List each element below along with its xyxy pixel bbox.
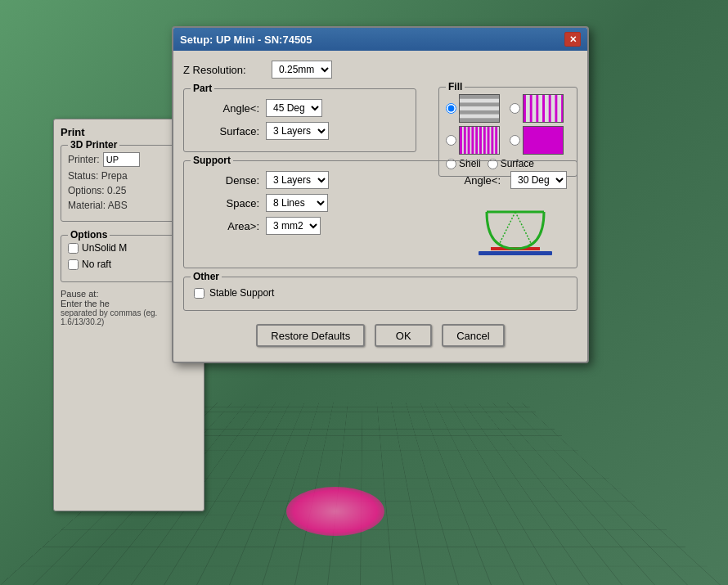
svg-rect-0: [479, 251, 552, 255]
cancel-button[interactable]: Cancel: [442, 324, 504, 347]
fill-group-title: Fill: [446, 81, 465, 92]
other-group: Other Stable Support: [183, 277, 577, 311]
ok-button[interactable]: OK: [375, 324, 432, 347]
support-inner: Dense: 1 Layer 2 Layers 3 Layers 4 Layer…: [194, 171, 567, 261]
svg-line-3: [499, 212, 515, 245]
fill-option-3: [446, 126, 506, 155]
dense-label: Dense:: [194, 174, 259, 187]
fill-option-4: [510, 126, 570, 155]
z-resolution-label: Z Resolution:: [183, 64, 265, 76]
stable-support-label: Stable Support: [209, 287, 274, 299]
fill-option-1: [446, 94, 506, 123]
fill-option-2: [510, 94, 570, 123]
svg-line-4: [515, 212, 532, 245]
fill-pattern-2[interactable]: [523, 94, 564, 123]
fill-pattern-4[interactable]: [523, 126, 564, 155]
no-raft-checkbox[interactable]: [68, 259, 79, 270]
options-group-title: Options: [68, 229, 110, 241]
stable-support-checkbox[interactable]: [194, 288, 204, 299]
fill-pattern-1[interactable]: [459, 94, 500, 123]
buttons-row: Restore Defaults OK Cancel: [183, 321, 577, 352]
space-label: Space:: [194, 197, 259, 209]
surface-select[interactable]: 1 Layer 2 Layers 3 Layers 4 Layers: [266, 122, 329, 140]
area-select[interactable]: 1 mm2 2 mm2 3 mm2 4 mm2: [266, 217, 321, 235]
dialog-titlebar: Setup: UP Mini - SN:74505 ✕: [173, 28, 587, 51]
angle-select[interactable]: 15 Deg 30 Deg 45 Deg 60 Deg 75 Deg: [266, 99, 322, 117]
surface-label: Surface:: [194, 125, 259, 137]
space-select[interactable]: 4 Lines 6 Lines 8 Lines 10 Lines: [266, 194, 328, 212]
status-value: Status: Prepa: [68, 170, 128, 182]
space-row: Space: 4 Lines 6 Lines 8 Lines 10 Lines: [194, 194, 448, 212]
printer-input[interactable]: [103, 152, 140, 167]
printer-label: Printer:: [68, 154, 100, 165]
dense-select[interactable]: 1 Layer 2 Layers 3 Layers 4 Layers: [266, 171, 329, 189]
fill-grid: [446, 94, 570, 155]
support-group: Support Dense: 1 Layer 2 Layers 3 Layers…: [183, 160, 577, 268]
fill-radio-3[interactable]: [446, 135, 456, 146]
other-group-title: Other: [191, 271, 222, 282]
angle-row: Angle<: 15 Deg 30 Deg 45 Deg 60 Deg 75 D…: [194, 99, 406, 117]
support-right: Angle<: 15 Deg 30 Deg 45 Deg 60 Deg: [465, 171, 567, 261]
pink-blob: [286, 487, 384, 536]
support-group-title: Support: [191, 155, 233, 166]
fill-pattern-3[interactable]: [459, 126, 500, 155]
part-group-title: Part: [191, 83, 214, 94]
area-label: Area>:: [194, 220, 259, 232]
support-left: Dense: 1 Layer 2 Layers 3 Layers 4 Layer…: [194, 171, 448, 261]
options-value: Options: 0.25: [68, 185, 126, 196]
support-angle-label: Angle<:: [465, 174, 501, 187]
dialog-body: Z Resolution: 0.15mm 0.20mm 0.25mm 0.30m…: [173, 51, 587, 362]
support-angle-row: Angle<: 15 Deg 30 Deg 45 Deg 60 Deg: [465, 171, 567, 189]
part-group: Part Angle<: 15 Deg 30 Deg 45 Deg 60 Deg…: [183, 88, 416, 152]
setup-dialog: Setup: UP Mini - SN:74505 ✕ Z Resolution…: [172, 26, 589, 363]
z-resolution-row: Z Resolution: 0.15mm 0.20mm 0.25mm 0.30m…: [183, 61, 577, 79]
bowl-illustration: [474, 196, 556, 261]
support-angle-select[interactable]: 15 Deg 30 Deg 45 Deg 60 Deg: [510, 171, 567, 189]
dense-row: Dense: 1 Layer 2 Layers 3 Layers 4 Layer…: [194, 171, 448, 189]
z-resolution-select[interactable]: 0.15mm 0.20mm 0.25mm 0.30mm 0.35mm: [272, 61, 332, 79]
unsolid-checkbox[interactable]: [68, 243, 79, 254]
area-row: Area>: 1 mm2 2 mm2 3 mm2 4 mm2: [194, 217, 448, 235]
fill-radio-4[interactable]: [510, 135, 520, 146]
close-button[interactable]: ✕: [564, 32, 581, 47]
fill-radio-1[interactable]: [446, 103, 456, 114]
no-raft-label: No raft: [82, 259, 111, 270]
dialog-title: Setup: UP Mini - SN:74505: [180, 34, 312, 46]
material-value: Material: ABS: [68, 200, 128, 211]
surface-row: Surface: 1 Layer 2 Layers 3 Layers 4 Lay…: [194, 122, 406, 140]
printer-group-title: 3D Printer: [68, 139, 119, 151]
fill-radio-2[interactable]: [510, 103, 520, 114]
stable-support-row: Stable Support: [194, 287, 567, 299]
restore-defaults-button[interactable]: Restore Defaults: [256, 324, 365, 347]
angle-label: Angle<:: [194, 102, 259, 115]
unsolid-label: UnSolid M: [82, 242, 127, 254]
